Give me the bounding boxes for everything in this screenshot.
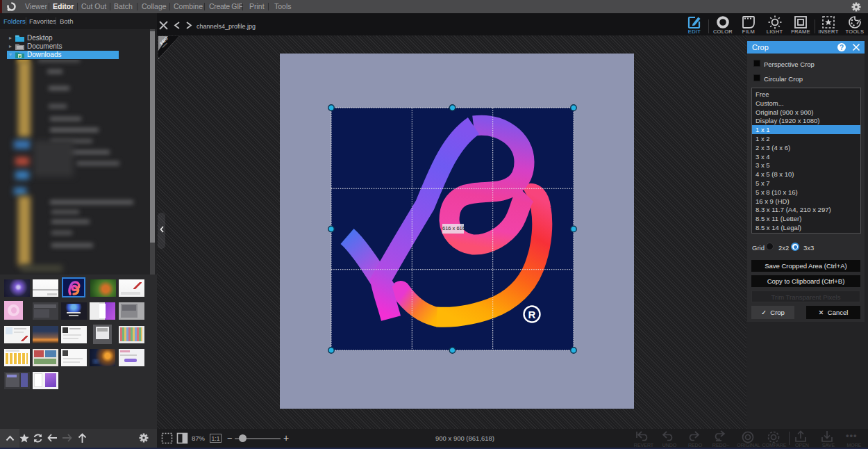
svg-text:?: ? — [840, 44, 844, 51]
